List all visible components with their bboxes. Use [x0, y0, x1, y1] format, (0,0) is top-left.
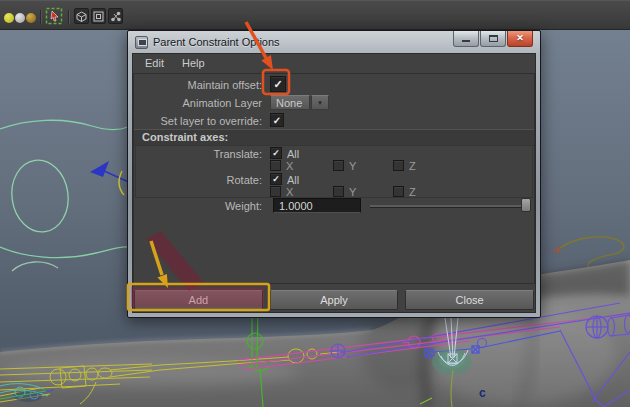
close-action-button[interactable]: Close	[405, 290, 534, 310]
render-ball-gold-icon[interactable]	[26, 13, 36, 23]
toolbar-separator	[68, 10, 69, 24]
add-button[interactable]: Add	[134, 290, 263, 310]
animation-layer-label: Animation Layer	[134, 97, 262, 109]
close-button[interactable]: ✕	[507, 31, 533, 47]
white-control-wireframe	[432, 318, 472, 407]
check-icon: ✓	[272, 174, 280, 184]
node-graph-icon[interactable]	[108, 8, 123, 24]
rotate-x-checkbox[interactable]	[270, 186, 281, 197]
rotate-z-checkbox[interactable]	[393, 186, 404, 197]
animation-layer-dropdown-button[interactable]: ▼	[311, 95, 329, 110]
translate-label: Translate:	[134, 148, 262, 160]
rotate-x-label: X	[286, 186, 293, 198]
close-icon: ✕	[516, 34, 524, 43]
window-title: Parent Constraint Options	[153, 36, 280, 48]
chevron-down-icon: ▼	[317, 100, 323, 106]
translate-z-label: Z	[409, 160, 416, 172]
rotate-all-checkbox[interactable]: ✓	[270, 173, 282, 185]
parent-constraint-options-window: Parent Constraint Options ✕ Edit Help Ma…	[127, 30, 541, 318]
set-layer-override-label: Set layer to override:	[134, 115, 262, 127]
animation-layer-select[interactable]: None	[270, 95, 310, 110]
constraint-axes-header[interactable]: Constraint axes:	[134, 129, 534, 146]
weight-label: Weight:	[134, 200, 262, 212]
olive-rope-curve	[553, 237, 624, 271]
nurbs-curve-outlines	[0, 120, 128, 271]
rotate-y-checkbox[interactable]	[333, 186, 344, 197]
rotate-z-label: Z	[409, 186, 416, 198]
check-icon: ✓	[273, 115, 281, 126]
check-icon: ✓	[273, 78, 282, 91]
translate-y-checkbox[interactable]	[333, 160, 344, 171]
check-icon: ✓	[272, 148, 280, 158]
weight-slider-track[interactable]	[370, 205, 524, 208]
snap-cube-icon[interactable]	[74, 8, 89, 24]
yellow-curve-sliver	[119, 171, 124, 195]
set-layer-override-checkbox[interactable]: ✓	[270, 113, 284, 127]
rotate-label: Rotate:	[134, 174, 262, 186]
maintain-offset-label: Maintain offset:	[134, 79, 262, 91]
window-icon	[135, 36, 148, 49]
translate-x-checkbox[interactable]	[270, 160, 281, 171]
maximize-button[interactable]	[480, 31, 506, 47]
translate-all-label: All	[287, 148, 299, 160]
selection-highlight-tool-icon[interactable]	[45, 7, 63, 25]
translate-all-checkbox[interactable]: ✓	[270, 147, 282, 159]
translate-y-label: Y	[349, 160, 356, 172]
weight-input[interactable]	[273, 198, 361, 213]
viewport-annotation-letter: c	[479, 386, 486, 400]
render-ball-yellow-icon[interactable]	[4, 13, 14, 23]
yellow-rig-wireframe	[0, 349, 340, 404]
minimize-icon	[462, 40, 470, 42]
translate-x-label: X	[286, 160, 293, 172]
rotate-y-label: Y	[349, 186, 356, 198]
maximize-icon	[489, 35, 498, 42]
translate-z-checkbox[interactable]	[393, 160, 404, 171]
apply-button[interactable]: Apply	[270, 290, 399, 310]
weight-slider-handle[interactable]	[521, 198, 531, 212]
toolbar-separator	[40, 10, 41, 24]
menu-help[interactable]: Help	[179, 54, 208, 73]
pink-rig-wireframe	[238, 314, 630, 370]
menu-edit[interactable]: Edit	[142, 54, 167, 73]
render-ball-gray-icon[interactable]	[15, 13, 25, 23]
status-line-toolbar	[0, 0, 630, 30]
rotate-all-label: All	[287, 174, 299, 186]
snap-frame-icon[interactable]	[91, 8, 106, 24]
menubar: Edit Help	[133, 54, 535, 74]
maintain-offset-checkbox[interactable]: ✓	[270, 76, 286, 92]
dialog-client-area: Edit Help Maintain offset: ✓ Animation L…	[132, 53, 536, 313]
minimize-button[interactable]	[453, 31, 479, 47]
hand-wireframe-cluster	[0, 384, 54, 402]
options-panel: Maintain offset: ✓ Animation Layer None …	[133, 73, 535, 284]
